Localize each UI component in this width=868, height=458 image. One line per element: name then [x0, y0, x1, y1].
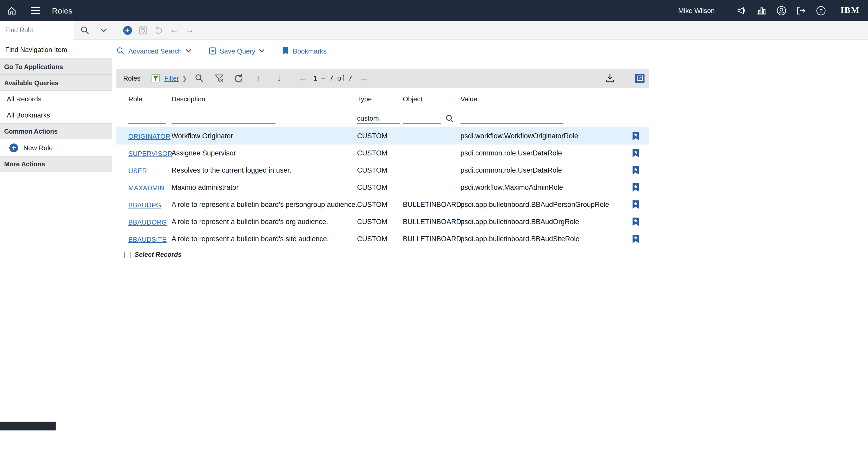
- select-records-checkbox[interactable]: [124, 251, 131, 258]
- sidebar-item-new-role[interactable]: +New Role: [0, 139, 112, 156]
- sidebar-list: Find Navigation ItemGo To ApplicationsAv…: [0, 40, 112, 172]
- filter-expand-chevron-icon[interactable]: ❯: [182, 74, 187, 82]
- table-row[interactable]: BBAUDPGA role to represent a bulletin bo…: [117, 196, 649, 213]
- sidebar-item-all-records[interactable]: All Records: [0, 91, 112, 107]
- value-cell: psdi.workflow.WorkflowOriginatorRole: [461, 132, 627, 140]
- value-cell: psdi.common.role.UserDataRole: [461, 166, 627, 174]
- find-search-icon[interactable]: [74, 21, 96, 40]
- role-link[interactable]: BBAUDSITE: [128, 236, 166, 243]
- table-filter-row: [117, 110, 649, 127]
- table-row[interactable]: USERResolves to the current logged in us…: [117, 162, 649, 179]
- object-cell: BULLETINBOARD: [403, 218, 461, 225]
- description-cell: A role to represent a bulletin board's p…: [172, 201, 357, 209]
- announcement-icon[interactable]: [737, 5, 747, 16]
- sidebar-item-label: New Role: [23, 144, 53, 152]
- search-icon: [117, 47, 125, 55]
- sidebar-item-label: Go To Applications: [4, 63, 63, 70]
- find-role-input[interactable]: [0, 21, 74, 40]
- page-previous-icon[interactable]: ←: [298, 74, 307, 83]
- filter-object-input[interactable]: [403, 113, 441, 124]
- column-header-description[interactable]: Description: [172, 95, 357, 103]
- filter-search-icon[interactable]: [445, 114, 454, 123]
- bookmark-icon[interactable]: [632, 149, 639, 157]
- refresh-icon[interactable]: [231, 70, 246, 86]
- filter-table-icon[interactable]: [148, 70, 163, 86]
- role-link[interactable]: ORIGINATOR: [128, 133, 170, 140]
- bookmark-icon[interactable]: [632, 183, 639, 192]
- table-row[interactable]: BBAUDSITEA role to represent a bulletin …: [117, 230, 649, 247]
- column-header-object[interactable]: Object: [403, 95, 461, 103]
- bookmark-icon[interactable]: [632, 235, 639, 243]
- table-row[interactable]: MAXADMINMaximo administratorCUSTOMpsdi.w…: [117, 179, 649, 196]
- find-dropdown-chevron-icon[interactable]: [96, 21, 112, 40]
- value-cell: psdi.app.bulletinboard.BBAudPersonGroupR…: [461, 201, 627, 209]
- bookmark-icon[interactable]: [632, 131, 639, 140]
- plus-icon: +: [9, 143, 18, 152]
- bookmarks-button[interactable]: Bookmarks: [282, 47, 327, 55]
- chart-icon[interactable]: [756, 5, 767, 16]
- value-cell: psdi.app.bulletinboard.BBAudSiteRole: [461, 235, 627, 243]
- top-navbar: Roles Mike Wilson ? IBM: [0, 0, 868, 21]
- page-title: Roles: [52, 6, 72, 15]
- advanced-search-button[interactable]: Advanced Search: [117, 47, 191, 55]
- table-body: ORIGINATORWorkflow OriginatorCUSTOMpsdi.…: [117, 127, 649, 247]
- filter-value-input[interactable]: [461, 113, 563, 124]
- filter-link[interactable]: Filter: [164, 74, 179, 82]
- filter-type-input[interactable]: [357, 113, 400, 124]
- sidebar-item-all-bookmarks[interactable]: All Bookmarks: [0, 107, 112, 123]
- table-row[interactable]: BBAUDORGA role to represent a bulletin b…: [117, 213, 649, 230]
- column-header-role[interactable]: Role: [117, 95, 172, 103]
- maximize-table-icon[interactable]: [635, 73, 645, 83]
- table-search-icon[interactable]: [191, 70, 207, 86]
- table-title: Roles: [117, 74, 148, 82]
- bookmark-outline-icon: [282, 47, 289, 55]
- sidebar-item-more-actions: More Actions: [0, 156, 112, 172]
- sidebar-item-available-queries: Available Queries: [0, 75, 112, 91]
- page-next-icon[interactable]: →: [360, 74, 368, 83]
- help-icon[interactable]: ?: [815, 5, 826, 16]
- signout-icon[interactable]: [796, 5, 806, 16]
- role-link[interactable]: MAXADMIN: [128, 184, 165, 191]
- chevron-down-icon: [259, 49, 265, 53]
- value-cell: psdi.common.role.UserDataRole: [461, 149, 627, 157]
- table-row[interactable]: SUPERVISORAssignee SupervisorCUSTOMpsdi.…: [117, 145, 649, 162]
- profile-icon[interactable]: [776, 5, 786, 16]
- save-query-button[interactable]: Save Query: [209, 47, 265, 55]
- role-link[interactable]: SUPERVISOR: [128, 150, 173, 157]
- clear-filter-icon[interactable]: [211, 70, 227, 86]
- sidebar: Find Navigation ItemGo To ApplicationsAv…: [0, 40, 112, 458]
- role-link[interactable]: BBAUDORG: [128, 219, 167, 226]
- type-cell: CUSTOM: [357, 132, 403, 140]
- description-cell: A role to represent a bulletin board's o…: [172, 218, 357, 225]
- bookmark-icon[interactable]: [632, 166, 639, 175]
- user-name[interactable]: Mike Wilson: [678, 6, 715, 14]
- topbar-right: Mike Wilson ? IBM: [678, 5, 868, 16]
- bookmark-icon[interactable]: [632, 217, 639, 226]
- filter-description-input[interactable]: [172, 113, 276, 124]
- new-record-icon[interactable]: +: [120, 22, 135, 38]
- next-row-icon[interactable]: ↓: [271, 70, 287, 86]
- sidebar-item-find-navigation-item[interactable]: Find Navigation Item: [0, 40, 112, 59]
- home-icon[interactable]: [6, 5, 17, 16]
- ibm-logo: IBM: [840, 5, 860, 16]
- filter-role-input[interactable]: [128, 113, 166, 124]
- description-cell: Workflow Originator: [172, 132, 357, 140]
- type-cell: CUSTOM: [357, 184, 403, 191]
- sidebar-item-label: Common Actions: [4, 128, 58, 135]
- query-action-bar: Advanced Search Save Query Bookmarks: [117, 47, 327, 55]
- description-cell: Resolves to the current logged in user.: [172, 166, 357, 174]
- role-link[interactable]: BBAUDPG: [128, 202, 161, 209]
- column-header-value[interactable]: Value: [461, 95, 627, 103]
- table-row[interactable]: ORIGINATORWorkflow OriginatorCUSTOMpsdi.…: [117, 127, 649, 145]
- save-record-icon: [135, 22, 151, 38]
- type-cell: CUSTOM: [357, 201, 403, 209]
- bookmark-icon[interactable]: [632, 200, 639, 209]
- right-arrow-icon: →: [185, 25, 194, 35]
- column-header-type[interactable]: Type: [357, 95, 403, 103]
- download-icon[interactable]: [602, 70, 618, 86]
- menu-icon[interactable]: [30, 5, 40, 16]
- sidebar-item-label: All Records: [7, 95, 41, 103]
- previous-row-icon: ↑: [250, 70, 266, 86]
- pagination-text: 1 – 7 of 7: [313, 74, 353, 82]
- role-link[interactable]: USER: [128, 167, 147, 175]
